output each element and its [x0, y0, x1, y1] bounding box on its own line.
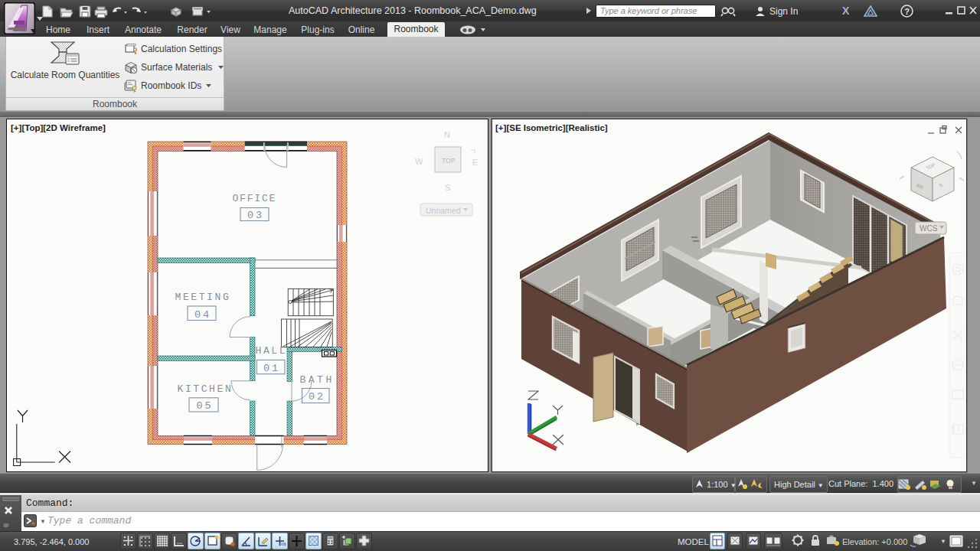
svg-text:Unnamed: Unnamed	[426, 206, 461, 215]
svg-text:OFFICE: OFFICE	[233, 193, 277, 204]
svg-text:MEETING: MEETING	[175, 292, 231, 303]
svg-text:N: N	[444, 130, 450, 139]
svg-text:KITCHEN: KITCHEN	[178, 383, 234, 395]
svg-text:HALL: HALL	[256, 345, 288, 357]
svg-text:01: 01	[263, 363, 280, 374]
svg-text:S: S	[445, 183, 450, 192]
svg-text:02: 02	[309, 391, 325, 403]
svg-text:04: 04	[194, 309, 211, 321]
svg-text:W: W	[415, 157, 423, 166]
svg-text:E: E	[472, 158, 478, 167]
svg-text:?: ?	[904, 7, 910, 16]
svg-text:WCS: WCS	[920, 224, 938, 233]
svg-text:03: 03	[247, 210, 264, 221]
svg-text:BATH: BATH	[300, 374, 335, 386]
svg-text:TOP: TOP	[442, 157, 456, 165]
svg-text:05: 05	[197, 400, 214, 412]
